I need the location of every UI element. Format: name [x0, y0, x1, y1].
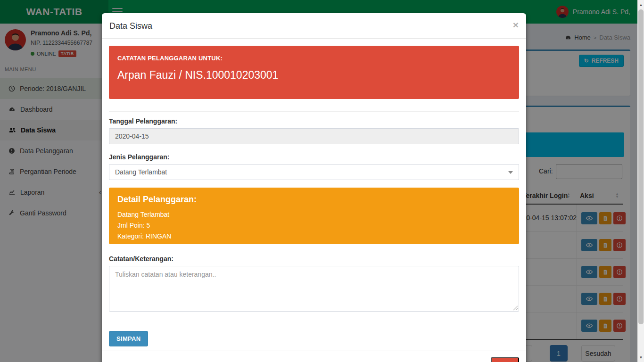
- catatan-field-group: Catatan/Keterangan:: [109, 255, 519, 313]
- chevron-down-icon: [508, 171, 513, 174]
- modal-close-danger-button[interactable]: [491, 357, 519, 362]
- simpan-button[interactable]: SIMPAN: [109, 331, 148, 346]
- page-scrollbar[interactable]: ▲ ▼: [637, 0, 644, 362]
- tanggal-field-group: Tanggal Pelanggaran:: [109, 117, 519, 144]
- jenis-label: Jenis Pelanggaran:: [109, 153, 519, 161]
- jenis-selected-value: Datang Terlambat: [115, 168, 167, 176]
- callout-warning-heading: Detail Pelanggaran:: [117, 195, 511, 205]
- jenis-field-group: Jenis Pelanggaran: Datang Terlambat: [109, 153, 519, 180]
- tanggal-label: Tanggal Pelanggaran:: [109, 117, 519, 125]
- callout-danger-heading: CATATAN PELANGGARAN UNTUK:: [117, 55, 511, 62]
- tanggal-input[interactable]: [109, 128, 519, 144]
- student-identity: Arpan Fauzi / NIS.100010203001: [117, 69, 511, 82]
- jenis-select[interactable]: Datang Terlambat: [109, 164, 519, 180]
- violation-target-callout: CATATAN PELANGGARAN UNTUK: Arpan Fauzi /…: [109, 46, 519, 99]
- catatan-label: Catatan/Keterangan:: [109, 255, 519, 263]
- scroll-down-icon[interactable]: ▼: [638, 354, 644, 361]
- modal-title: Data Siswa: [109, 21, 152, 31]
- scroll-up-icon[interactable]: ▲: [638, 1, 644, 8]
- violation-detail-callout: Detail Pelanggaran: Datang Terlambat Jml…: [109, 188, 519, 244]
- scrollbar-thumb[interactable]: [638, 9, 644, 324]
- detail-line: Datang Terlambat: [117, 210, 511, 219]
- modal-body: CATATAN PELANGGARAN UNTUK: Arpan Fauzi /…: [109, 39, 519, 346]
- modal-footer-divider: [102, 351, 526, 351]
- modal-header: Data Siswa ×: [102, 13, 526, 39]
- close-icon[interactable]: ×: [513, 20, 519, 30]
- divider: [109, 111, 519, 112]
- catatan-textarea[interactable]: [109, 266, 519, 312]
- detail-line: Kategori: RINGAN: [117, 231, 511, 241]
- data-siswa-modal: Data Siswa × CATATAN PELANGGARAN UNTUK: …: [102, 13, 526, 362]
- detail-line: Jml Poin: 5: [117, 221, 511, 230]
